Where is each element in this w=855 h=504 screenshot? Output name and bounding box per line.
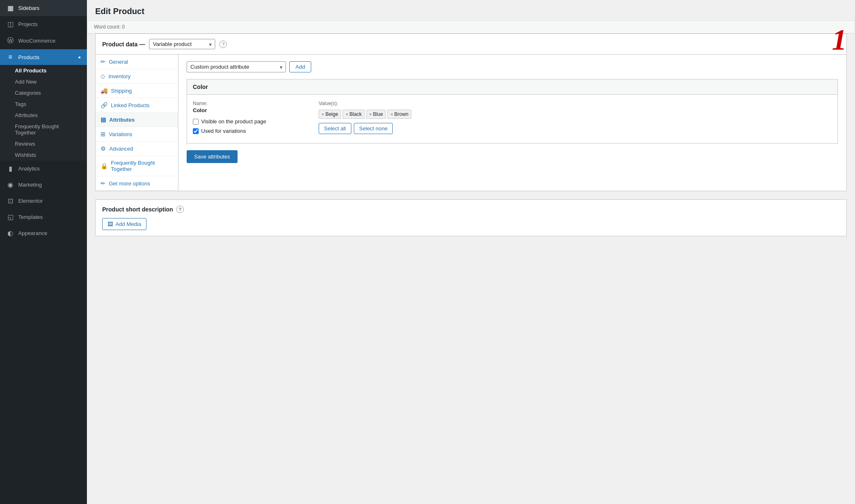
- nav-shipping[interactable]: 🚚 Shipping: [96, 84, 178, 98]
- remove-blue-icon[interactable]: ×: [369, 112, 372, 117]
- sidebar-item-appearance[interactable]: ◐ Appearance: [0, 225, 87, 241]
- short-description-help-icon[interactable]: ?: [176, 206, 184, 213]
- products-icon: ≡: [7, 53, 14, 61]
- submenu-add-new[interactable]: Add New: [0, 76, 87, 87]
- nav-get-more-options[interactable]: ✏ Get more options: [96, 176, 178, 191]
- name-value: Color: [193, 107, 309, 113]
- variations-icon: ⊞: [101, 131, 106, 137]
- nav-variations-label: Variations: [109, 131, 132, 137]
- submenu-all-products[interactable]: All Products: [0, 65, 87, 76]
- value-tag-beige: × Beige: [319, 110, 341, 119]
- select-none-button[interactable]: Select none: [354, 123, 393, 134]
- submenu-categories[interactable]: Categories: [0, 87, 87, 98]
- word-count-bar: Word count: 0: [87, 20, 855, 34]
- value-black-label: Black: [350, 111, 362, 117]
- attribute-left: Name: Color Visible on the product page …: [193, 101, 309, 137]
- add-media-button[interactable]: 🖼 Add Media: [102, 218, 147, 230]
- variations-checkbox-row: Used for variations: [193, 128, 309, 134]
- variations-checkbox[interactable]: [193, 128, 199, 134]
- add-attribute-button[interactable]: Add: [289, 61, 311, 72]
- nav-variations[interactable]: ⊞ Variations: [96, 127, 178, 142]
- select-buttons: Select all Select none: [319, 123, 832, 134]
- woocommerce-icon: Ⓦ: [7, 36, 14, 45]
- save-attributes-button[interactable]: Save attributes: [187, 150, 238, 163]
- nav-inventory-label: Inventory: [108, 73, 130, 79]
- sidebar-label-products: Products: [18, 54, 39, 60]
- appearance-icon: ◐: [7, 229, 14, 237]
- remove-beige-icon[interactable]: ×: [322, 112, 324, 117]
- main-content: Edit Product Word count: 0 Product data …: [87, 0, 855, 504]
- color-attribute-header: Color: [187, 79, 838, 95]
- sidebar-label-appearance: Appearance: [18, 230, 47, 236]
- sidebar-item-templates[interactable]: ◱ Templates: [0, 209, 87, 225]
- color-attribute-body: Name: Color Visible on the product page …: [187, 95, 838, 143]
- nav-general[interactable]: ✏ General: [96, 55, 178, 69]
- add-media-label: Add Media: [115, 221, 141, 227]
- product-type-select[interactable]: Variable product: [149, 39, 215, 49]
- page-title: Edit Product: [87, 0, 855, 20]
- sidebar-label-marketing: Marketing: [18, 182, 42, 188]
- templates-icon: ◱: [7, 213, 14, 221]
- sidebar-label-templates: Templates: [18, 214, 43, 220]
- elementor-icon: ⊡: [7, 197, 14, 205]
- product-data-header: Product data — Variable product ?: [96, 34, 846, 55]
- add-media-icon: 🖼: [108, 221, 113, 227]
- visible-checkbox[interactable]: [193, 119, 199, 125]
- sidebar-item-products[interactable]: ≡ Products ◂: [0, 49, 87, 65]
- color-attribute-block: Color Name: Color Visible on the product…: [187, 79, 838, 144]
- analytics-icon: ▮: [7, 165, 14, 173]
- nav-frequently-bought[interactable]: 🔒 Frequently Bought Together: [96, 156, 178, 176]
- remove-brown-icon[interactable]: ×: [390, 112, 393, 117]
- submenu-reviews[interactable]: Reviews: [0, 138, 87, 149]
- sidebar-label-elementor: Elementor: [18, 198, 43, 204]
- shipping-icon: 🚚: [101, 87, 108, 94]
- nav-attributes[interactable]: ▤ Attributes: [96, 113, 178, 127]
- sidebar-label-analytics: Analytics: [18, 166, 40, 172]
- nav-inventory[interactable]: ◇ Inventory: [96, 69, 178, 84]
- variations-label[interactable]: Used for variations: [201, 128, 246, 134]
- nav-advanced[interactable]: ⚙ Advanced: [96, 142, 178, 156]
- remove-black-icon[interactable]: ×: [346, 112, 348, 117]
- general-icon: ✏: [101, 58, 106, 65]
- value-tag-black: × Black: [343, 110, 365, 119]
- sidebars-icon: ▦: [7, 4, 14, 12]
- attribute-select[interactable]: Custom product attribute Color Size: [187, 61, 286, 72]
- short-description-section: Product short description ? 🖼 Add Media: [95, 199, 847, 236]
- product-data-content: Custom product attribute Color Size Add …: [178, 55, 846, 191]
- sidebar-item-projects[interactable]: ◫ Projects: [0, 16, 87, 32]
- submenu-attributes[interactable]: Attributes: [0, 110, 87, 121]
- sidebar: ▦ Sidebars ◫ Projects Ⓦ WooCommerce ≡ Pr…: [0, 0, 87, 504]
- product-data-panel: Product data — Variable product ? ✏ Gene…: [95, 34, 847, 191]
- sidebar-item-marketing[interactable]: ◉ Marketing: [0, 177, 87, 193]
- inventory-icon: ◇: [101, 73, 105, 79]
- value-tag-blue: × Blue: [366, 110, 386, 119]
- projects-icon: ◫: [7, 20, 14, 28]
- attribute-selector-row: Custom product attribute Color Size Add: [187, 61, 838, 72]
- short-description-title: Product short description: [102, 206, 173, 213]
- word-count-text: Word count: 0: [94, 24, 125, 30]
- nav-linked-products[interactable]: 🔗 Linked Products: [96, 98, 178, 113]
- products-submenu: All Products Add New Categories Tags Att…: [0, 65, 87, 161]
- advanced-icon: ⚙: [101, 145, 106, 152]
- attributes-icon: ▤: [101, 116, 106, 123]
- submenu-frequently-bought[interactable]: Frequently Bought Together: [0, 121, 87, 138]
- short-description-header: Product short description ?: [102, 206, 840, 213]
- attribute-select-wrapper: Custom product attribute Color Size: [187, 61, 286, 72]
- visible-label[interactable]: Visible on the product page: [201, 118, 266, 125]
- marketing-icon: ◉: [7, 181, 14, 189]
- submenu-wishlists[interactable]: Wishlists: [0, 149, 87, 161]
- nav-frequently-bought-label: Frequently Bought Together: [111, 160, 173, 172]
- submenu-tags[interactable]: Tags: [0, 98, 87, 110]
- sidebar-item-woocommerce[interactable]: Ⓦ WooCommerce: [0, 32, 87, 49]
- sidebar-item-analytics[interactable]: ▮ Analytics: [0, 161, 87, 177]
- name-label: Name:: [193, 101, 309, 106]
- select-all-button[interactable]: Select all: [319, 123, 351, 134]
- sidebar-item-elementor[interactable]: ⊡ Elementor: [0, 193, 87, 209]
- nav-shipping-label: Shipping: [111, 88, 132, 94]
- help-icon[interactable]: ?: [219, 41, 227, 48]
- nav-get-more-options-label: Get more options: [109, 180, 150, 187]
- sidebar-item-sidebars[interactable]: ▦ Sidebars: [0, 0, 87, 16]
- value-tag-brown: × Brown: [387, 110, 411, 119]
- visible-checkbox-row: Visible on the product page: [193, 118, 309, 125]
- product-type-select-wrapper: Variable product: [149, 39, 215, 49]
